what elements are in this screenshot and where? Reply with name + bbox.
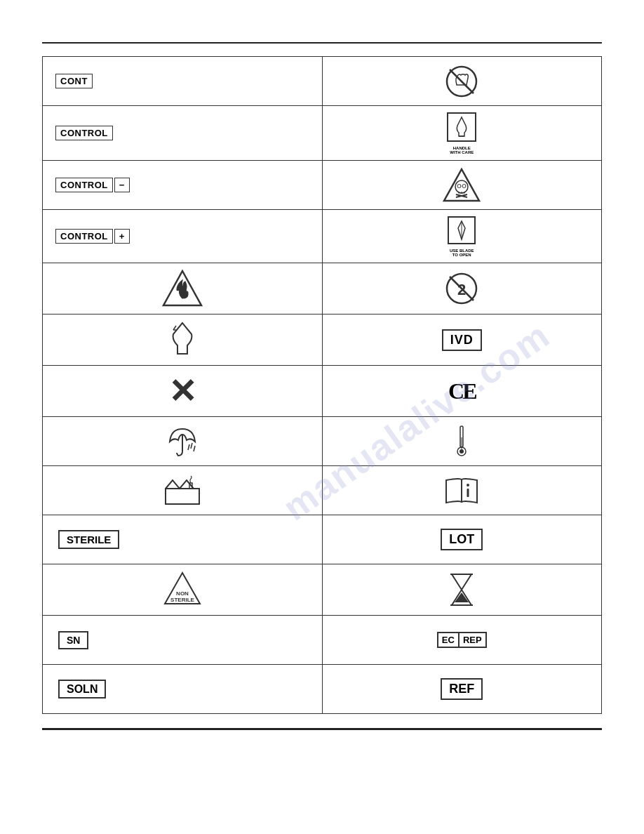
- sn-text: SN: [58, 631, 88, 649]
- svg-point-7: [462, 184, 466, 187]
- table-row: [43, 417, 602, 466]
- svg-point-27: [459, 449, 464, 454]
- cont-label: CONT: [55, 74, 93, 88]
- cell-lot: LOT: [322, 515, 602, 564]
- cell-keep-dry: [43, 417, 323, 466]
- svg-marker-35: [452, 574, 471, 590]
- table-row: ✕ CE: [43, 366, 602, 417]
- cell-fragile: [43, 315, 323, 366]
- ref-text: REF: [441, 678, 483, 700]
- cell-soln: SOLN: [43, 665, 323, 714]
- table-row: CONTROL HANDLEWITH CARE: [43, 106, 602, 161]
- table-row: [43, 466, 602, 515]
- cell-control-label: CONTROL: [43, 106, 323, 161]
- svg-line-22: [191, 443, 192, 449]
- consult-instructions-icon: [443, 475, 480, 507]
- table-row: CONTROL−: [43, 161, 602, 210]
- cell-cont-label: CONT: [43, 57, 323, 106]
- cell-consult-instructions: [322, 466, 602, 515]
- cell-control-plus-label: CONTROL+: [43, 210, 323, 263]
- cell-non-sterile: NON STERILE: [43, 564, 323, 616]
- cell-use-blade: USE BLADETO OPEN: [322, 210, 602, 263]
- cell-control-minus-label: CONTROL−: [43, 161, 323, 210]
- ec-text: EC: [437, 632, 459, 648]
- table-row: NON STERILE: [43, 564, 602, 616]
- bottom-rule: [42, 728, 602, 730]
- svg-point-6: [457, 184, 461, 187]
- manufacturer-icon: [163, 475, 202, 507]
- table-row: CONT: [43, 57, 602, 106]
- table-row: SN ECREP: [43, 616, 602, 665]
- keep-dry-icon: [164, 423, 201, 460]
- cell-expiry: [322, 564, 602, 616]
- control-label: CONTROL: [55, 126, 113, 140]
- svg-line-1: [450, 70, 474, 93]
- temperature-icon: [455, 423, 468, 460]
- table-row: CONTROL+ USE BLADETO OPEN: [43, 210, 602, 263]
- cell-flammable: [43, 263, 323, 315]
- non-sterile-icon: NON STERILE: [163, 570, 202, 607]
- control-plus-label: CONTROL: [55, 229, 113, 244]
- ec-rep-box: ECREP: [437, 632, 487, 648]
- control-minus-label: CONTROL: [55, 178, 113, 192]
- minus-label: −: [114, 178, 130, 192]
- no-reuse-icon: 2: [444, 271, 479, 306]
- fragile-icon: [166, 320, 199, 359]
- cell-no-reuse: 2: [322, 263, 602, 315]
- symbols-table: CONT CONTROL: [42, 56, 602, 714]
- cell-do-not-use: ✕: [43, 366, 323, 417]
- use-blade-to-open-icon: [447, 216, 476, 245]
- toxic-icon: [442, 167, 481, 204]
- svg-rect-28: [166, 489, 199, 504]
- no-latex-icon: [444, 64, 479, 99]
- rep-text: REP: [459, 632, 487, 648]
- cell-sn: SN: [43, 616, 323, 665]
- table-row: SOLN REF: [43, 665, 602, 714]
- svg-text:NON: NON: [176, 590, 189, 597]
- svg-point-30: [467, 484, 469, 486]
- table-row: STERILE LOT: [43, 515, 602, 564]
- top-rule: [42, 42, 602, 44]
- sterile-text: STERILE: [58, 530, 119, 549]
- svg-line-23: [194, 446, 195, 451]
- cell-handle-care: HANDLEWITH CARE: [322, 106, 602, 161]
- cell-ivd: IVD: [322, 315, 602, 366]
- svg-text:STERILE: STERILE: [170, 597, 194, 603]
- plus-label: +: [114, 229, 130, 244]
- do-not-use-x: ✕: [168, 371, 196, 411]
- cell-sterile: STERILE: [43, 515, 323, 564]
- table-row: IVD: [43, 315, 602, 366]
- handle-with-care-icon: [446, 112, 477, 143]
- svg-line-18: [173, 326, 176, 330]
- ivd-text: IVD: [442, 329, 482, 351]
- flammable-icon: [161, 269, 203, 308]
- soln-text: SOLN: [58, 680, 106, 699]
- page-container: manualalive.com CONT: [0, 0, 644, 834]
- cell-ec-rep: ECREP: [322, 616, 602, 665]
- cell-ce-mark: CE: [322, 366, 602, 417]
- cell-manufacturer: [43, 466, 323, 515]
- cell-ref: REF: [322, 665, 602, 714]
- svg-rect-31: [467, 489, 469, 497]
- cell-no-latex: [322, 57, 602, 106]
- expiry-icon: [448, 571, 476, 608]
- svg-rect-26: [462, 437, 462, 450]
- cell-toxic: [322, 161, 602, 210]
- lot-text: LOT: [441, 529, 483, 550]
- cell-temperature: [322, 417, 602, 466]
- svg-line-21: [188, 444, 189, 450]
- table-row: 2: [43, 263, 602, 315]
- ce-mark-text: CE: [448, 378, 475, 404]
